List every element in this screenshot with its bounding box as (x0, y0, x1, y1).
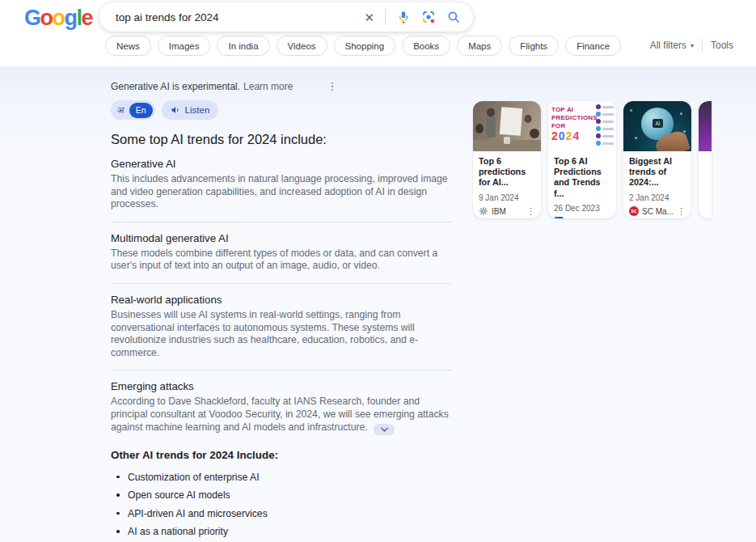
card-kebab-menu-icon[interactable]: ⋮ (526, 206, 535, 217)
experimental-banner: Generative AI is experimental. Learn mor… (111, 80, 451, 92)
card-kebab-menu-icon[interactable]: ⋮ (602, 217, 610, 218)
card-source-row: IBM ⋮ (479, 206, 535, 217)
trend-sections: Generative AI This includes advancements… (111, 158, 451, 440)
ai-overview-heading: Some top AI trends for 2024 include: (111, 132, 451, 147)
linkedin-logo-icon: in (554, 217, 564, 218)
mic-icon[interactable] (396, 10, 411, 24)
section-emerging-attacks: Emerging attacks According to Dave Shack… (111, 380, 451, 439)
section-title[interactable]: Real-world applications (111, 294, 451, 306)
section-title[interactable]: Generative AI (111, 158, 451, 170)
logo-letter: g (65, 6, 77, 31)
filter-chip-shopping[interactable]: Shopping (334, 36, 396, 56)
section-real-world: Real-world applications Businesses will … (111, 294, 451, 371)
language-en-button[interactable]: En (129, 103, 153, 118)
card-thumbnail (473, 101, 541, 151)
card-date: 9 Jan 2024 (479, 193, 535, 202)
search-bar[interactable]: ✕ (99, 2, 473, 32)
card-kebab-menu-icon[interactable]: ⋮ (677, 206, 686, 217)
google-logo[interactable]: Google (24, 6, 92, 31)
lens-icon[interactable] (421, 10, 436, 24)
logo-letter: o (40, 6, 53, 31)
other-trends-heading: Other AI trends for 2024 Include: (111, 449, 451, 461)
card-source-row: in LinkedIn ⋮ (554, 217, 610, 218)
card-thumbnail: TOP AI PREDICTIONS FOR 2024 (548, 101, 616, 151)
search-input[interactable] (116, 11, 364, 23)
logo-letter: G (24, 6, 40, 31)
section-multimodal: Multimodal generative AI These models co… (111, 232, 451, 284)
logo-letter: e (82, 6, 93, 31)
card-source-name: SC Ma... (642, 207, 674, 216)
section-title[interactable]: Multimodal generative AI (111, 232, 451, 244)
section-body: This includes advancements in natural la… (111, 173, 451, 211)
ai-overview-content: Generative AI is experimental. Learn mor… (111, 80, 451, 542)
chevron-down-icon: ▾ (691, 42, 694, 49)
filter-chip-finance[interactable]: Finance (565, 36, 621, 56)
other-trends-list: Customization of enterprise AI Open sour… (111, 472, 451, 542)
card-source-row: SC SC Ma... ⋮ (629, 206, 686, 217)
filter-chip-images[interactable]: Images (158, 36, 211, 56)
card-source-name: IBM (492, 207, 506, 216)
section-body-text: According to Dave Shackleford, faculty a… (111, 396, 449, 432)
ibm-logo-icon (479, 206, 488, 216)
card-thumbnail: AI (623, 101, 691, 151)
expand-button[interactable] (374, 424, 395, 435)
section-title[interactable]: Emerging attacks (111, 380, 451, 392)
source-cards: Top 6 predictions for AI... 9 Jan 2024 I… (473, 101, 712, 218)
language-row: अ En Listen (111, 100, 451, 120)
search-icon[interactable] (446, 10, 461, 24)
learn-more-link[interactable]: Learn more (243, 81, 293, 92)
listen-label: Listen (185, 105, 210, 115)
bullet-item: Open source AI models (111, 489, 451, 501)
speaker-icon (171, 105, 180, 115)
card-title: Biggest AI trends of 2024:... (629, 156, 686, 188)
chevron-down-icon (381, 427, 388, 432)
card-title: Top 6 AI Predictions and Trends f... (554, 156, 610, 199)
result-card-partial[interactable] (699, 101, 712, 218)
sc-media-logo-icon: SC (629, 206, 639, 216)
divider (702, 39, 703, 52)
result-card-sc-media[interactable]: AI Biggest AI trends of 2024:... 2 Jan 2… (623, 101, 691, 218)
card-source-name: LinkedIn (567, 218, 598, 218)
section-body: According to Dave Shackleford, faculty a… (111, 396, 451, 434)
section-body: Businesses will use AI systems in real-w… (111, 309, 451, 359)
kebab-menu-icon[interactable]: ⋮ (327, 80, 337, 92)
poster-text: TOP AI PREDICTIONS FOR 2024 (551, 106, 598, 142)
card-date: 2 Jan 2024 (629, 193, 686, 202)
filter-chip-maps[interactable]: Maps (457, 36, 502, 56)
searchbar-divider (385, 9, 386, 25)
card-date: 26 Dec 2023 (554, 204, 610, 213)
filter-chip-flights[interactable]: Flights (509, 36, 559, 56)
filter-chip-videos[interactable]: Videos (277, 36, 327, 56)
listen-button[interactable]: Listen (162, 100, 219, 120)
all-filters-label: All filters (650, 40, 686, 51)
top-bar: Google ✕ (0, 0, 756, 66)
filter-chip-books[interactable]: Books (402, 36, 450, 56)
section-generative-ai: Generative AI This includes advancements… (111, 158, 451, 222)
section-body: These models combine different types of … (111, 248, 451, 273)
filter-chip-news[interactable]: News (105, 36, 151, 56)
filter-tools-area: All filters ▾ Tools (650, 39, 733, 52)
bullet-item: AI as a national priority (111, 526, 451, 537)
translate-icon[interactable]: अ (117, 104, 125, 116)
page: Google ✕ (0, 0, 756, 542)
close-icon[interactable]: ✕ (364, 11, 374, 23)
ai-chip: AI (653, 119, 663, 128)
bullet-item: Customization of enterprise AI (111, 472, 451, 483)
experimental-label: Generative AI is experimental. (111, 81, 240, 92)
tools-button[interactable]: Tools (711, 40, 733, 51)
poster-bullets (596, 104, 614, 146)
card-title: Top 6 predictions for AI... (479, 156, 535, 188)
result-card-linkedin[interactable]: TOP AI PREDICTIONS FOR 2024 (548, 101, 616, 218)
logo-letter: o (53, 6, 65, 31)
ai-overview-panel: Generative AI is experimental. Learn mor… (0, 66, 756, 542)
bullet-item: API-driven AI and microservices (111, 508, 451, 519)
filter-chip-in-india[interactable]: In india (217, 36, 269, 56)
filter-chips: News Images In india Videos Shopping Boo… (105, 36, 621, 56)
result-card-ibm[interactable]: Top 6 predictions for AI... 9 Jan 2024 I… (473, 101, 541, 218)
all-filters-button[interactable]: All filters ▾ (650, 40, 694, 51)
language-toggle[interactable]: अ En (111, 100, 155, 120)
card-thumbnail (699, 101, 712, 151)
